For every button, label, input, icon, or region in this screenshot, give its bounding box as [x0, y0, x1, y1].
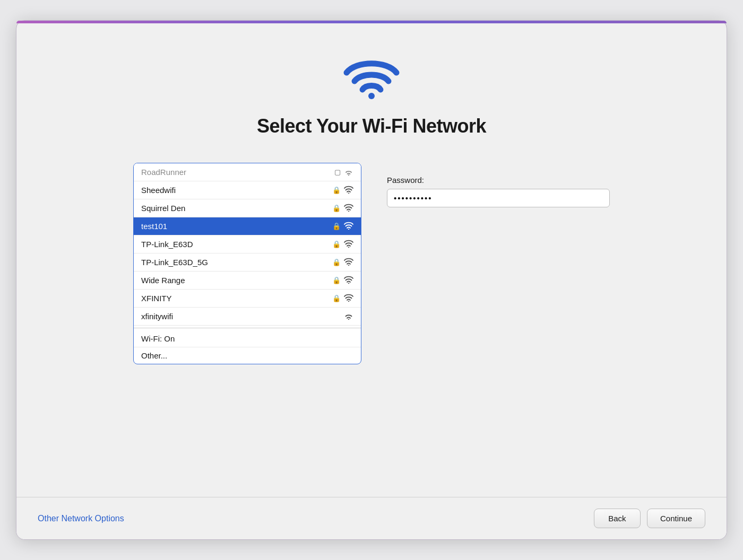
wifi-signal-icon — [344, 167, 353, 177]
wifi-status-label: Wi-Fi: On — [141, 334, 353, 343]
network-name: Wide Range — [141, 276, 332, 285]
lock-icon: 🔒 — [332, 222, 341, 230]
main-content: Select Your Wi-Fi Network RoadRunner ▢ — [16, 21, 727, 497]
other-network-item[interactable]: Other... — [134, 347, 361, 364]
other-network-options-button[interactable]: Other Network Options — [38, 514, 124, 523]
continue-button[interactable]: Continue — [647, 509, 705, 528]
network-name: TP-Link_E63D_5G — [141, 258, 332, 267]
svg-point-7 — [348, 283, 349, 284]
svg-point-8 — [348, 301, 349, 302]
password-label: Password: — [387, 176, 610, 185]
lock-icon: 🔒 — [332, 276, 341, 284]
wifi-signal-icon — [344, 203, 353, 213]
svg-point-1 — [348, 174, 349, 176]
list-item[interactable]: Wide Range 🔒 — [134, 272, 361, 290]
wifi-signal-icon — [344, 293, 353, 303]
wifi-signal-icon — [344, 185, 353, 195]
svg-point-5 — [348, 247, 349, 248]
network-name: xfinitywifi — [141, 312, 344, 321]
wifi-status-item[interactable]: Wi-Fi: On — [134, 330, 361, 347]
svg-point-2 — [348, 192, 349, 194]
list-item-selected[interactable]: test101 🔒 — [134, 217, 361, 235]
list-item[interactable]: TP-Link_E63D 🔒 — [134, 235, 361, 253]
wifi-icon — [342, 52, 401, 102]
wifi-signal-icon — [344, 239, 353, 249]
password-area: Password: — [387, 176, 610, 207]
bottom-buttons: Back Continue — [594, 509, 705, 528]
wifi-signal-icon — [344, 275, 353, 285]
list-item[interactable]: XFINITY 🔒 — [134, 290, 361, 308]
list-divider — [134, 328, 361, 328]
page-title: Select Your Wi-Fi Network — [257, 115, 486, 137]
bottom-bar: Other Network Options Back Continue — [16, 497, 727, 539]
wifi-signal-icon — [344, 257, 353, 267]
svg-point-4 — [348, 229, 349, 230]
network-name: Squirrel Den — [141, 204, 332, 213]
network-name: RoadRunner — [141, 168, 334, 177]
list-item[interactable]: RoadRunner ▢ — [134, 163, 361, 181]
lock-icon: 🔒 — [332, 240, 341, 248]
back-button[interactable]: Back — [594, 509, 641, 528]
lock-icon: 🔒 — [332, 258, 341, 266]
network-name: test101 — [141, 222, 332, 231]
list-item[interactable]: TP-Link_E63D_5G 🔒 — [134, 253, 361, 272]
password-input[interactable] — [387, 189, 610, 207]
network-name: Sheedwifi — [141, 186, 332, 195]
list-item[interactable]: Sheedwifi 🔒 — [134, 181, 361, 199]
list-item[interactable]: xfinitywifi — [134, 308, 361, 326]
lock-icon: ▢ — [334, 168, 341, 176]
svg-point-9 — [348, 319, 349, 320]
list-item[interactable]: Squirrel Den 🔒 — [134, 199, 361, 217]
network-list: RoadRunner ▢ Sheedwif — [133, 163, 361, 364]
wifi-signal-icon — [344, 311, 353, 321]
svg-point-0 — [368, 93, 375, 99]
network-area: RoadRunner ▢ Sheedwif — [133, 163, 610, 364]
network-name: XFINITY — [141, 294, 332, 303]
lock-icon: 🔒 — [332, 294, 341, 302]
other-label: Other... — [141, 351, 353, 360]
lock-icon: 🔒 — [332, 204, 341, 212]
svg-point-6 — [348, 265, 349, 266]
network-name: TP-Link_E63D — [141, 240, 332, 249]
wifi-signal-icon — [344, 221, 353, 231]
setup-window: Select Your Wi-Fi Network RoadRunner ▢ — [16, 20, 727, 540]
lock-icon: 🔒 — [332, 186, 341, 194]
svg-point-3 — [348, 211, 349, 212]
